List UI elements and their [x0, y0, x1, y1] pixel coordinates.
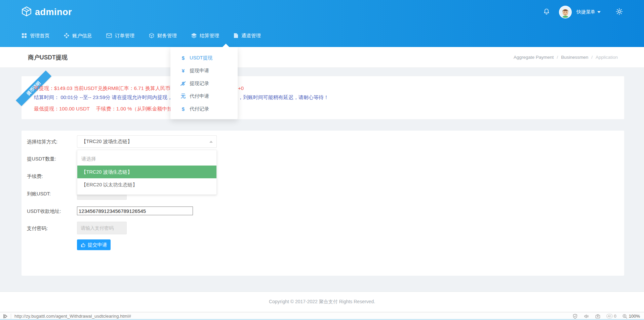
logo[interactable]: adminor [21, 6, 72, 18]
main-nav: 管理首页 账户信息 订单管理 财务管理 [0, 24, 644, 47]
breadcrumb: Aggregate Payment / Businessmen / Applic… [514, 55, 618, 60]
header-top: adminor [0, 0, 644, 24]
pay-password-input[interactable] [77, 222, 127, 234]
notice-text: 结算时间： 00:01分 --至-- 23:59分 请在提现允许时间内提现， 由 [34, 94, 179, 100]
breadcrumb-item[interactable]: Aggregate Payment [514, 55, 554, 60]
selected-option-text: 【TRC20 波场生态链】 [81, 138, 132, 145]
settlement-method-dropdown: 请选择 【TRC20 波场生态链】 【ERC20 以太坊生态链】 [77, 150, 217, 195]
zoom-level: 100% [629, 314, 640, 319]
toolbox-plus-icon[interactable] [595, 314, 601, 319]
statusbar-controls: AD 0 100% [572, 314, 644, 319]
notice-line-balance: 可提现：$149.03 当前USDT兑换RMB汇率：6.71 换算人民币¥ +0 [34, 84, 624, 93]
page: adminor [0, 0, 644, 320]
dollar-icon: $ [180, 55, 186, 61]
dollar-icon: $ [180, 106, 186, 112]
grid-icon [22, 33, 27, 38]
user-menu[interactable]: 快捷菜单 [576, 9, 601, 15]
read-mode-icon[interactable] [0, 314, 11, 319]
address-row: USDT收款地址: [27, 204, 624, 217]
menu-caret-icon [222, 44, 230, 47]
cube-icon [149, 33, 154, 38]
notice-text: +0 [238, 84, 244, 93]
nav-item-settlement[interactable]: 结算管理 [191, 24, 219, 47]
mail-icon [106, 33, 112, 38]
menu-item-withdraw-apply[interactable]: ¥ 提现申请 [170, 64, 238, 77]
withdraw-notice-box: 提币说明 可提现：$149.03 当前USDT兑换RMB汇率：6.71 换算人民… [22, 76, 624, 119]
breadcrumb-item-current: Application [596, 55, 618, 60]
notice-line-minimum: 最低提现：100.00 USDT 手续费：1.00 %（从到帐金额中扣除） [34, 104, 624, 113]
yuan-icon: 元 [180, 93, 186, 99]
option-erc20[interactable]: 【ERC20 以太坊生态链】 [77, 178, 216, 191]
menu-item-withdraw-records[interactable]: $ 提现记录 [170, 77, 238, 90]
menu-item-label: 提现申请 [190, 67, 209, 74]
footer: Copyright © 2017-2022 聚合支付 Rights Reserv… [0, 291, 644, 312]
gear-icon[interactable] [615, 8, 623, 17]
receive-label: 到账USDT: [27, 190, 77, 197]
page-title: 商户USDT提现 [28, 53, 68, 61]
nav-label: 账户信息 [72, 33, 92, 39]
menu-item-payout-apply[interactable]: 元 代付申请 [170, 90, 238, 102]
titlebar: 商户USDT提现 Aggregate Payment / Businessmen… [0, 47, 644, 68]
usdt-address-input[interactable] [77, 207, 193, 215]
menu-item-label: 提现记录 [190, 80, 209, 87]
settlement-dropdown-menu: $ USDT提现 ¥ 提现申请 $ 提现记录 元 代付申请 $ 代付记录 [170, 47, 238, 119]
nav-label: 管理首页 [30, 33, 49, 39]
menu-item-label: USDT提现 [190, 55, 212, 61]
notice-text: 可提现：$149.03 当前USDT兑换RMB汇率：6.71 换算人民币¥ [34, 85, 173, 91]
withdraw-form-card: 选择结算方式: 【TRC20 波场生态链】 提USDT数量: 手续费: 到账US… [22, 131, 624, 276]
file-icon [234, 33, 238, 38]
logo-text: adminor [35, 7, 72, 17]
address-label: USDT收款地址: [27, 208, 77, 215]
notice-text: 最低提现：100.00 USDT 手续费：1.00 %（从到帐金额中扣除） [34, 106, 182, 111]
thumb-up-icon [81, 242, 86, 247]
select-placeholder-option[interactable]: 请选择 [77, 152, 216, 166]
speaker-icon[interactable] [583, 314, 589, 319]
ad-badge: AD [606, 314, 613, 318]
option-trc20[interactable]: 【TRC20 波场生态链】 [77, 166, 216, 178]
bell-icon[interactable] [543, 7, 550, 17]
notice-line-time: 结算时间： 00:01分 --至-- 23:59分 请在提现允许时间内提现， 由… [34, 93, 624, 102]
header: adminor [0, 0, 644, 47]
cube-logo-icon [21, 6, 32, 18]
menu-item-label: 代付申请 [190, 93, 209, 99]
menu-item-usdt-withdraw[interactable]: $ USDT提现 [170, 51, 238, 64]
account-icon [64, 33, 69, 38]
user-menu-label: 快捷菜单 [576, 9, 595, 15]
password-row: 支付密码: [27, 222, 624, 234]
fee-label: 手续费: [27, 173, 77, 180]
ad-count: 0 [614, 314, 616, 319]
header-actions: 快捷菜单 [543, 6, 623, 18]
nav-label: 订单管理 [115, 33, 134, 39]
breadcrumb-separator: / [557, 55, 558, 60]
zoom-control[interactable]: 100% [622, 314, 640, 319]
ad-blocker-indicator[interactable]: AD 0 [606, 314, 616, 319]
breadcrumb-item[interactable]: Businessmen [561, 55, 588, 60]
nav-label: 通道管理 [241, 33, 261, 39]
copyright-text: Copyright © 2017-2022 聚合支付 Rights Reserv… [269, 299, 375, 305]
statusbar-url: http://zy.bugattl.com/agent_Withdrawal_u… [14, 314, 131, 319]
avatar[interactable] [559, 6, 572, 18]
chevron-down-icon [597, 11, 601, 13]
amount-label: 提USDT数量: [27, 155, 77, 162]
nav-label: 财务管理 [157, 33, 177, 39]
select-caret-icon [209, 141, 213, 143]
dollar-slash-icon: $ [180, 81, 186, 86]
nav-item-account[interactable]: 账户信息 [64, 24, 92, 47]
shield-check-icon[interactable] [572, 314, 578, 319]
method-label: 选择结算方式: [27, 138, 77, 145]
nav-item-channels[interactable]: 通道管理 [234, 24, 261, 47]
submit-button[interactable]: 提交申请 [77, 239, 111, 250]
menu-item-payout-records[interactable]: $ 代付记录 [170, 102, 238, 115]
yen-icon: ¥ [180, 68, 186, 74]
settlement-method-select[interactable]: 【TRC20 波场生态链】 [77, 135, 217, 148]
submit-button-label: 提交申请 [88, 242, 107, 248]
layers-icon [191, 33, 197, 38]
nav-item-finance[interactable]: 财务管理 [149, 24, 177, 47]
password-label: 支付密码: [27, 225, 77, 232]
nav-item-orders[interactable]: 订单管理 [106, 24, 134, 47]
zoom-plus-icon [622, 314, 628, 319]
method-row: 选择结算方式: 【TRC20 波场生态链】 [27, 135, 624, 148]
nav-item-home[interactable]: 管理首页 [22, 24, 49, 47]
statusbar-divider [11, 314, 11, 319]
nav-label: 结算管理 [200, 33, 219, 39]
